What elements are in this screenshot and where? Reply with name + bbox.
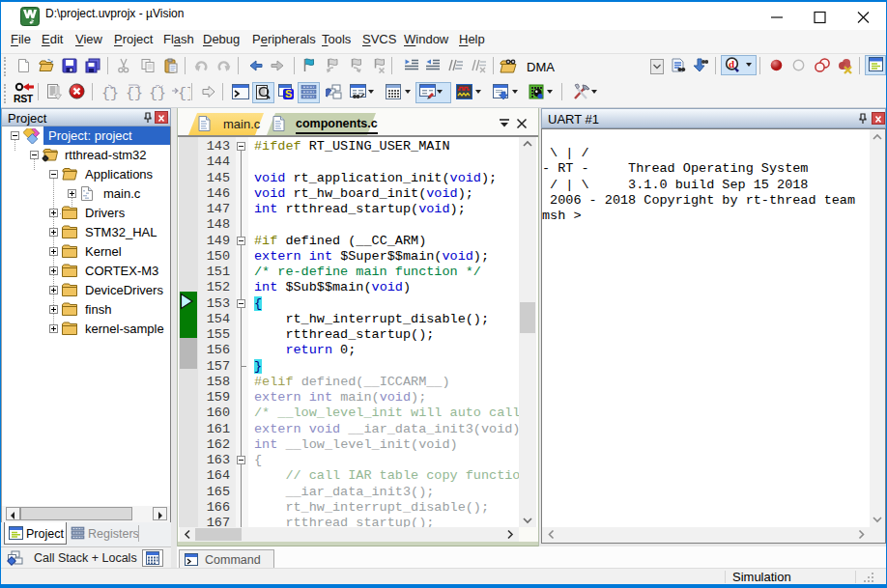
svg-text:{}: {} [178,86,190,101]
svg-text:{}: {} [101,86,118,101]
svg-text:d: d [729,58,734,70]
svg-text:RST: RST [14,93,34,104]
svg-text:{}: {} [149,86,165,101]
svg-text:S: S [285,88,292,99]
